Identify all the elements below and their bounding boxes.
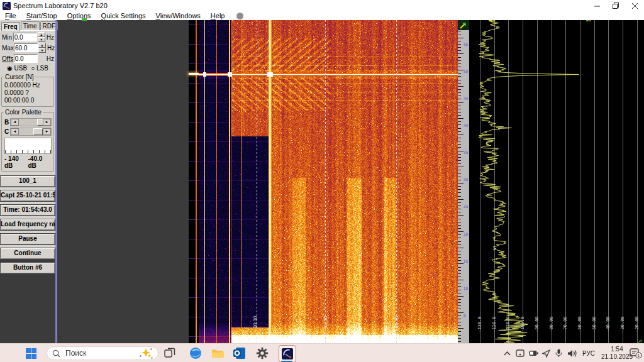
spectrum-lab-taskbar-icon[interactable] (279, 345, 296, 362)
spectrum-db-label: -70.00 (563, 314, 568, 335)
contrast-slider[interactable]: ◄ ► (10, 128, 52, 136)
strip-signal-line (196, 20, 197, 343)
palette-tick-scale (5, 150, 51, 153)
scale-corner-icon[interactable] (458, 20, 469, 30)
brightness-left-arrow[interactable]: ◄ (11, 119, 19, 126)
close-button[interactable] (625, 0, 644, 11)
status-circle-indicator (236, 13, 243, 19)
cursor-group: Cursor [N] 0.000000 Hz 0.0000 ? 00:00:00… (1, 77, 54, 107)
app-icon (3, 2, 11, 10)
spectrum-db-label: -90.00 (535, 314, 540, 335)
copilot-sparkle-icon (139, 348, 153, 359)
menu-help[interactable]: Help (206, 12, 230, 19)
palette-preview (4, 138, 52, 154)
language-indicator[interactable]: РУС (580, 344, 597, 362)
waterfall-time-label: 00:30 (252, 311, 258, 334)
spectrum-db-label: -60.00 (577, 314, 582, 335)
cursor-time: 00:00:00.0 (4, 97, 52, 104)
cursor-frequency: 0.000000 Hz (4, 82, 52, 89)
offs-unit-label: Hz (47, 55, 54, 62)
search-placeholder: Поиск (65, 349, 139, 358)
control-panel: Freq Time RDF Min ▲▼ Hz Max ▲▼ Hz Offs H… (0, 20, 55, 250)
panel-splitter[interactable] (55, 20, 57, 343)
tray-microphone-icon[interactable] (552, 344, 565, 362)
tray-location-icon[interactable] (540, 344, 552, 362)
notification-center-button[interactable]: 1 (629, 344, 643, 362)
restore-button[interactable] (606, 0, 625, 11)
min-freq-input[interactable] (13, 33, 37, 41)
min-label: Min (2, 34, 13, 41)
brightness-slider[interactable]: ◄ ► (10, 118, 52, 126)
max-unit-label: Hz (47, 45, 55, 52)
contrast-right-arrow[interactable]: ► (43, 128, 51, 135)
offs-label: Offs (2, 55, 14, 62)
tray-cast-icon[interactable] (514, 344, 526, 362)
taskbar: Поиск (0, 343, 644, 362)
offset-input[interactable] (14, 54, 38, 63)
palette-gradient (5, 138, 51, 148)
contrast-label: C (4, 128, 10, 135)
activity-led (82, 18, 87, 21)
frequency-ruler[interactable] (458, 20, 469, 343)
waterfall-time-label: 01:00 (323, 311, 328, 334)
tray-speaker-icon[interactable] (565, 344, 579, 362)
start-button[interactable] (21, 344, 40, 362)
menu-options[interactable]: Options (62, 12, 96, 19)
spectrum-graph[interactable] (469, 20, 644, 343)
file-explorer-icon[interactable] (209, 344, 226, 362)
max-freq-input[interactable] (14, 43, 38, 52)
load-frequency-range-button[interactable]: Load frequency range (0, 219, 55, 231)
tab-time[interactable]: Time (21, 21, 40, 30)
spectrum-lab-window: Spectrum Laboratory V2.7 b20 File Start/… (0, 0, 644, 362)
menu-quick-settings[interactable]: Quick Settings (96, 12, 151, 19)
title-bar: Spectrum Laboratory V2.7 b20 (0, 0, 644, 11)
tab-freq[interactable]: Freq (1, 22, 20, 31)
spectrum-db-label: -50.00 (592, 314, 597, 335)
programmable-button-1[interactable]: 100_1 (0, 175, 55, 187)
settings-gear-icon[interactable] (254, 344, 270, 362)
minimize-button[interactable] (587, 0, 606, 11)
pause-button[interactable]: Pause (0, 233, 55, 245)
spectrum-db-label: -30.00 (620, 314, 625, 335)
cursor-amplitude: 0.0000 ? (4, 89, 52, 97)
task-view-button[interactable] (162, 344, 178, 362)
window-title: Spectrum Laboratory V2.7 b20 (13, 2, 108, 9)
menu-file[interactable]: File (0, 12, 21, 19)
color-palette-group: Color Palette B ◄ ► C ◄ ► (1, 112, 54, 172)
max-freq-stepper[interactable]: ▲▼ (38, 43, 46, 53)
min-freq-stepper[interactable]: ▲▼ (38, 32, 45, 42)
menu-start-stop[interactable]: Start/Stop (21, 12, 62, 19)
spectrum-db-label: -120.0 (492, 314, 497, 335)
edge-browser-icon[interactable] (187, 344, 204, 362)
min-unit-label: Hz (47, 34, 54, 41)
contrast-thumb[interactable] (33, 128, 43, 135)
spectrum-db-label: -40.00 (606, 314, 611, 335)
time-display-button[interactable]: Time: 01:54:43.0 (0, 204, 55, 216)
lsb-radio[interactable]: ○ LSB (31, 65, 48, 72)
button-6[interactable]: Button #6 (0, 262, 55, 274)
spectrum-db-label: -20.00 (635, 314, 640, 335)
outlook-icon[interactable] (231, 344, 248, 362)
capture-timestamp-button[interactable]: Capt 25-10-21 01:54:4 (0, 190, 55, 202)
spectrum-db-label: -80.00 (549, 314, 554, 335)
brightness-right-arrow[interactable]: ► (43, 119, 51, 126)
menu-view-windows[interactable]: View/Windows (151, 12, 206, 19)
waterfall-time-label: 01:30 (394, 311, 399, 334)
tray-battery-icon[interactable] (527, 344, 540, 362)
tray-chevron-up[interactable] (501, 344, 513, 362)
contrast-left-arrow[interactable]: ◄ (11, 128, 19, 135)
palette-db-min: - 140 dB (4, 155, 28, 169)
continue-button[interactable]: Continue (0, 248, 55, 260)
max-label: Max (2, 45, 14, 52)
strip-hum-line (189, 73, 199, 75)
palette-db-max: -40.0 dB (28, 155, 52, 169)
spectrum-db-label: -100.0 (520, 314, 525, 335)
palette-group-title: Color Palette (4, 109, 43, 116)
usb-radio[interactable]: ◉ USB (7, 65, 27, 72)
cursor-group-title: Cursor [N] (4, 74, 35, 80)
waterfall-display[interactable] (199, 20, 458, 343)
menu-bar: File Start/Stop Options Quick Settings V… (0, 11, 644, 20)
spectrum-db-label: -130.0 (477, 314, 482, 335)
search-icon (52, 349, 60, 358)
taskbar-search[interactable]: Поиск (47, 346, 158, 360)
